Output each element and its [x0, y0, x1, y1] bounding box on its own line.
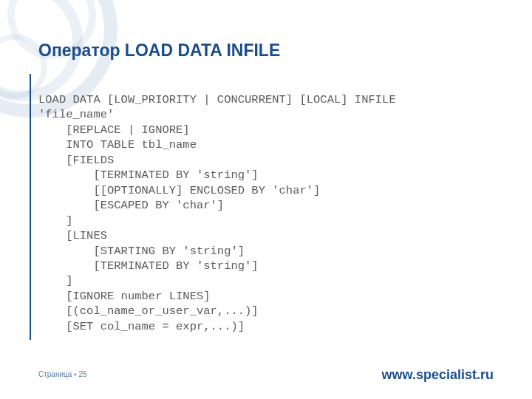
sql-syntax-block: LOAD DATA [LOW_PRIORITY | CONCURRENT] [L…: [38, 92, 396, 334]
page-number: Страница ▪ 25: [38, 370, 87, 378]
vertical-divider: [30, 74, 31, 340]
slide-title: Оператор LOAD DATA INFILE: [38, 41, 280, 61]
svg-point-3: [0, 37, 44, 96]
site-url: www.specialist.ru: [382, 367, 494, 383]
